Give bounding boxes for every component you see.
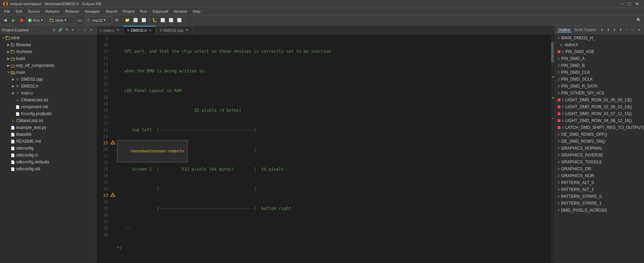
tree-item-cmake-root[interactable]: ⚠ CMakeLists.txt [0,117,96,124]
target-settings-btn[interactable]: ⚙ [113,17,120,24]
outline-item-PIN_OTHER_SPI_nCS[interactable]: # PIN_OTHER_SPI_nCS [555,90,644,97]
outline-item-LIGHT_ROW_03[interactable]: # LIGHT_DMD_ROW_03_07_11_15() [555,110,644,117]
tree-item-main[interactable]: ▾ main [0,69,96,76]
outline-item-GRAPHICS_OR[interactable]: # GRAPHICS_OR [555,165,644,172]
toolbar-stop-btn[interactable] [18,17,25,24]
menu-help[interactable]: Help [190,9,203,14]
search-btn[interactable]: 🔍 [635,17,643,24]
outline-minimize[interactable]: ─ [624,27,630,33]
run-dropdown-arrow[interactable]: ▾ [41,18,43,22]
toolbar-run-icon-btn[interactable] [10,17,17,24]
close-tab-mainc[interactable]: ✕ [116,28,120,32]
toggle-archives[interactable]: ▶ [6,50,10,54]
tree-item-component-mk[interactable]: 📄 component.mk [0,103,96,110]
tree-item-cmake-main[interactable]: ⚠ CMakeLists.txt [0,97,96,103]
new-folder-btn[interactable]: 📁 [124,17,131,24]
filter-btn[interactable]: ⚗ [64,27,69,33]
outline-action-3[interactable]: ⬆ [612,27,617,33]
close-panel-btn[interactable]: ✕ [88,27,94,33]
tab-build-targets[interactable]: Build Targets [573,28,598,32]
toggle-build[interactable]: ▶ [6,57,10,61]
tab-mainc[interactable]: c main.c ✕ [96,26,124,34]
tree-item-kconfig[interactable]: 📄 Kconfig.projbuild [0,110,96,117]
tree-item-mainc[interactable]: ▶ c main.c [0,90,96,97]
tree-item-sdkconfig-old[interactable]: 📄 sdkconfig.old [0,165,96,172]
tree-item-example-test[interactable]: 📄 example_test.py [0,124,96,131]
toggle-binaries[interactable]: ▶ [6,43,10,47]
close-tab-dmd32cpp[interactable]: ✕ [185,28,189,32]
close-btn[interactable]: ✕ [633,1,641,7]
outline-item-stdint[interactable]: h stdint.h [555,41,644,48]
tb-btn-2[interactable]: ⬜ [140,17,148,24]
tab-dmd32h[interactable]: h DMD32.h ✕ [124,26,156,34]
maximize-btn[interactable]: □ [626,1,633,7]
outline-item-LIGHT_ROW_02[interactable]: # LIGHT_DMD_ROW_02_06_10_14() [555,103,644,110]
toggle-esp-idf[interactable]: ▶ [6,63,10,68]
menu-file[interactable]: File [1,9,13,14]
tree-item-sdkconfig-defaults[interactable]: 📄 sdkconfig.defaults [0,159,96,165]
outline-action-2[interactable]: ⬆ [605,27,611,33]
toggle-dmd32h[interactable]: ▶ [11,84,15,88]
outline-item-OE_OFF[interactable]: # OE_DMD_ROWS_OFF() [555,131,644,138]
toggle-blink[interactable]: ▾ [1,36,6,40]
outline-item-GRAPHICS_NOR[interactable]: # GRAPHICS_NOR [555,172,644,179]
outline-item-GRAPHICS_TOGGLE[interactable]: # GRAPHICS_TOGGLE [555,159,644,165]
tree-item-sdkconfig[interactable]: 📄 sdkconfig [0,145,96,152]
project-dropdown-arrow[interactable]: ▾ [64,18,66,22]
outline-action-1[interactable]: ⬆ [599,27,605,33]
menu-refactor1[interactable]: Refactor [43,9,63,14]
close-tab-dmd32h[interactable]: ✕ [148,29,152,32]
outline-item-PIN_DMD_CLK[interactable]: # PIN_DMD_CLK [555,69,644,76]
target-dropdown[interactable]: esp32 ▾ [85,17,112,24]
minimize-panel-btn[interactable]: ─ [76,27,82,33]
tree-item-build[interactable]: ▶ build [0,55,96,62]
tb-btn-6[interactable]: ⬜ [176,17,183,24]
toolbar-back-btn[interactable]: ◀ [1,17,9,24]
menu-project[interactable]: Project [120,9,137,14]
outline-item-MAIN_DMD32_H_[interactable]: # MAIN_DMD32_H_ [555,34,644,41]
tb-btn-4[interactable]: ⬜ [159,17,167,24]
outline-item-GRAPHICS_INVERSE[interactable]: # GRAPHICS_INVERSE [555,152,644,159]
outline-maximize[interactable]: □ [630,27,636,33]
menu-espressif[interactable]: Espressif [150,9,171,14]
toggle-dmd32cpp[interactable]: ▶ [11,77,15,81]
outline-item-PATTERN_STRIPE_1[interactable]: # PATTERN_STRIPE_1 [555,200,644,207]
code-content[interactable]: SPI port, and that the chip select on th… [116,34,550,263]
tree-item-dmd32h[interactable]: ▶ h DMD32.h [0,83,96,90]
tree-item-archives[interactable]: ▶ Archives [0,48,96,55]
link-editor-btn[interactable]: 🔗 [57,27,63,33]
menu-source[interactable]: Source [25,9,43,14]
tree-item-sdkconfig-ci[interactable]: 📄 sdkconfig.ci [0,152,96,159]
collapse-all-btn[interactable]: ⊟ [51,27,57,33]
outline-item-DMD_PIXELS_ACROSS[interactable]: # DMD_PIXELS_ACROSS [555,207,644,214]
scroll-track[interactable] [551,35,554,262]
target-dropdown-arrow[interactable]: ▾ [104,18,106,22]
scroll-thumb[interactable] [551,42,554,63]
outline-item-PATTERN_STRIPE_0[interactable]: # PATTERN_STRIPE_0 [555,193,644,200]
maximize-panel-btn[interactable]: □ [82,27,88,33]
outline-item-PIN_DMD_B[interactable]: # PIN_DMD_B [555,62,644,69]
menu-refactor2[interactable]: Refactor [62,9,82,14]
tb-btn-1[interactable]: ⬜ [132,17,139,24]
outline-item-PATTERN_ALT_0[interactable]: # PATTERN_ALT_0 [555,179,644,186]
outline-item-PIN_DMD_nOE[interactable]: # PIN_DMD_nOE [555,48,644,55]
tree-item-readme[interactable]: 📄 README.md [0,138,96,145]
outline-item-PIN_DMD_A[interactable]: # PIN_DMD_A [555,55,644,62]
tree-item-esp-idf[interactable]: ▶ esp_idf_components [0,62,96,69]
outline-item-LIGHT_ROW_04[interactable]: # LIGHT_DMD_ROW_04_08_12_16() [555,117,644,124]
tb-debug-btn[interactable]: 🐛 [151,17,158,24]
editor-scrollbar[interactable] [550,34,555,263]
tab-outline[interactable]: Outline [557,28,572,32]
tree-item-blink[interactable]: ▾ blink [0,34,96,41]
outline-item-LATCH[interactable]: # LATCH_DMD_SHIFT_REG_TO_OUTPUT() [555,124,644,131]
toggle-main[interactable]: ▾ [6,70,10,74]
menu-run[interactable]: Run [137,9,150,14]
tree-item-makefile[interactable]: 📄 Makefile [0,131,96,138]
tab-dmd32cpp[interactable]: C DMD32.cpp ✕ [156,26,193,34]
view-menu-btn[interactable]: ▾ [70,27,75,33]
tree-item-dmd32cpp[interactable]: ▶ C DMD32.cpp [0,76,96,83]
menu-window[interactable]: Window [171,9,190,14]
outline-item-PIN_DMD_R_DATA[interactable]: # PIN_DMD_R_DATA [555,83,644,90]
outline-item-LIGHT_ROW_01[interactable]: # LIGHT_DMD_ROW_01_05_09_13() [555,97,644,103]
outline-action-4[interactable]: ⬆ [618,27,623,33]
